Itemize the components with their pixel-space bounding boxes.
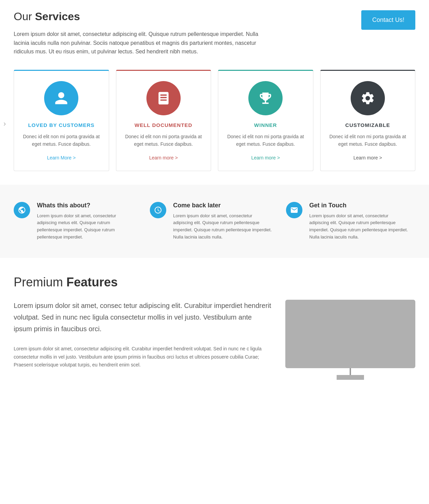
features-image-block	[285, 300, 415, 380]
globe-icon-circle	[14, 202, 30, 218]
info-later-text: Lorem ipsum dolor sit amet, consectetur …	[173, 212, 272, 241]
info-about-text: Lorem ipsum dolor sit amet, consectetur …	[37, 212, 136, 241]
contact-us-button[interactable]: Contact Us!	[361, 10, 415, 30]
winner-icon-circle	[248, 81, 283, 115]
cards-section: › LOVED BY CUSTOMERS Donec id elit non m…	[0, 63, 429, 185]
features-title: Premium Features	[14, 275, 415, 289]
info-touch-text: Lorem ipsum dolor sit amet, consectetur …	[309, 212, 408, 241]
info-item-later: Come back later Lorem ipsum dolor sit am…	[143, 202, 279, 241]
info-about-title: Whats this about?	[37, 202, 136, 209]
customizable-icon-circle	[351, 81, 385, 115]
features-content: Lorem ipsum dolor sit amet, consec tetur…	[14, 300, 415, 380]
features-text-block: Lorem ipsum dolor sit amet, consec tetur…	[14, 300, 272, 369]
card-loved-link[interactable]: Learn More >	[21, 155, 102, 160]
services-title: Our Services	[14, 10, 415, 23]
globe-icon	[18, 206, 26, 214]
card-documented-title: WELL DOCUMENTED	[123, 122, 204, 128]
card-customizable-text: Donec id elit non mi porta gravida at eg…	[327, 133, 408, 148]
info-section: Whats this about? Lorem ipsum dolor sit …	[0, 185, 429, 258]
gear-icon	[360, 91, 375, 106]
card-loved-title: LOVED BY CUSTOMERS	[21, 122, 102, 128]
info-about-content: Whats this about? Lorem ipsum dolor sit …	[37, 202, 136, 241]
book-icon	[156, 91, 171, 106]
card-winner: WINNER Donec id elit non mi porta gravid…	[218, 70, 313, 171]
features-detail: Lorem ipsum dolor sit amet, consectetur …	[14, 345, 272, 369]
card-winner-link[interactable]: Learn more >	[225, 155, 306, 160]
services-section: Our Services Lorem ipsum dolor sit amet,…	[0, 0, 429, 63]
card-winner-title: WINNER	[225, 122, 306, 128]
card-documented: WELL DOCUMENTED Donec id elit non mi por…	[116, 70, 211, 171]
info-touch-content: Get in Touch Lorem ipsum dolor sit amet,…	[309, 202, 408, 241]
card-customizable-title: CUSTOMIZABLE	[327, 122, 408, 128]
card-documented-link[interactable]: Learn more >	[123, 155, 204, 160]
card-documented-text: Donec id elit non mi porta gravida at eg…	[123, 133, 204, 148]
envelope-icon	[290, 206, 298, 214]
info-touch-title: Get in Touch	[309, 202, 408, 209]
person-icon	[54, 91, 69, 106]
card-winner-text: Donec id elit non mi porta gravida at eg…	[225, 133, 306, 148]
documented-icon-circle	[146, 81, 181, 115]
card-loved: LOVED BY CUSTOMERS Donec id elit non mi …	[14, 70, 109, 171]
card-customizable: CUSTOMIZABLE Donec id elit non mi porta …	[320, 70, 416, 171]
info-item-touch: Get in Touch Lorem ipsum dolor sit amet,…	[279, 202, 415, 241]
info-later-content: Come back later Lorem ipsum dolor sit am…	[173, 202, 272, 241]
trophy-icon	[258, 91, 273, 106]
loved-icon-circle	[44, 81, 78, 115]
clock-icon-circle	[150, 202, 166, 218]
features-section: Premium Features Lorem ipsum dolor sit a…	[0, 258, 429, 397]
prev-arrow-icon[interactable]: ›	[3, 119, 6, 128]
card-customizable-link[interactable]: Learn more >	[327, 155, 408, 160]
info-item-about: Whats this about? Lorem ipsum dolor sit …	[14, 202, 143, 241]
envelope-icon-circle	[286, 202, 302, 218]
services-description: Lorem ipsum dolor sit amet, consectetur …	[14, 30, 260, 56]
clock-icon	[154, 206, 162, 214]
monitor-graphic	[285, 300, 415, 368]
cards-wrapper: LOVED BY CUSTOMERS Donec id elit non mi …	[14, 70, 415, 171]
monitor-base	[337, 375, 364, 380]
monitor-stand	[350, 368, 351, 375]
card-loved-text: Donec id elit non mi porta gravida at eg…	[21, 133, 102, 148]
info-later-title: Come back later	[173, 202, 272, 209]
features-intro: Lorem ipsum dolor sit amet, consec tetur…	[14, 300, 272, 335]
